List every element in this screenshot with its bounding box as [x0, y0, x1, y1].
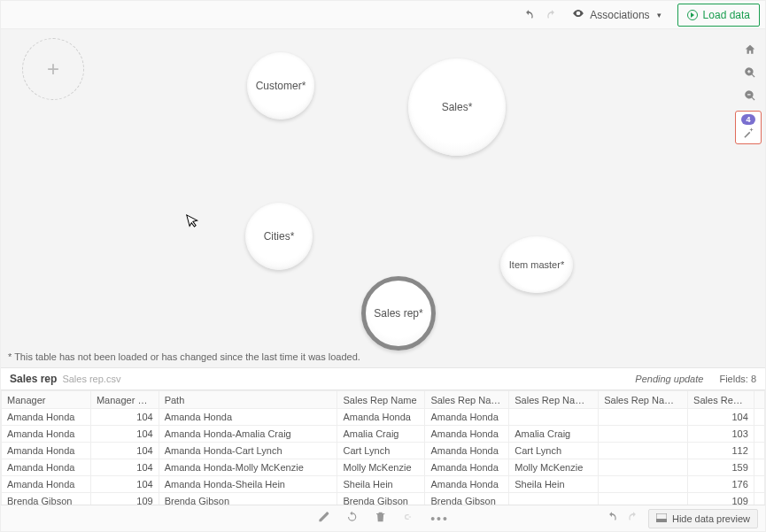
associations-canvas[interactable]: + Customer* Sales* Cities* Sales rep* It… — [1, 29, 765, 367]
pending-update-label: Pending update — [635, 374, 703, 384]
table-bubble-customer[interactable]: Customer* — [247, 52, 314, 120]
column-header[interactable]: Sales Rep ID — [688, 391, 754, 409]
zoom-in-icon[interactable] — [740, 63, 760, 82]
table-cell: 104 — [90, 409, 159, 426]
table-cell: Amanda Honda — [2, 459, 91, 476]
table-cell: Amalia Craig — [509, 426, 599, 443]
bubble-label: Sales* — [442, 101, 473, 113]
table-cell: Amanda Honda — [425, 426, 509, 443]
hide-data-preview-button[interactable]: Hide data preview — [648, 509, 758, 528]
column-header[interactable]: Path — [159, 391, 337, 409]
column-header[interactable]: Sales Rep Name1 — [425, 391, 509, 409]
table-cell — [599, 426, 688, 443]
eye-icon — [572, 7, 584, 22]
table-cell: Amanda Honda — [425, 476, 509, 493]
preview-header: Sales rep Sales rep.csv Pending update F… — [1, 367, 765, 390]
table-cell: Amanda Honda — [2, 443, 91, 459]
play-icon — [687, 10, 698, 20]
refresh-icon[interactable] — [345, 511, 358, 526]
table-cell: Amanda Honda-Amalia Craig — [159, 426, 337, 443]
column-header[interactable]: Manager — [2, 391, 91, 409]
undo-icon[interactable] — [519, 5, 538, 25]
recommendations-count-badge: 4 — [741, 114, 754, 125]
table-row[interactable]: Amanda Honda104Amanda Honda-Molly McKenz… — [2, 459, 765, 476]
table-cell: 104 — [90, 459, 159, 476]
edit-icon[interactable] — [317, 511, 329, 526]
table-cell: Amanda Honda — [425, 459, 509, 476]
zoom-out-icon[interactable] — [740, 86, 760, 105]
table-cell: Amanda Honda — [337, 409, 425, 426]
bubble-label: Sales rep* — [374, 307, 422, 320]
table-cell: 104 — [90, 443, 159, 459]
table-bubble-salesrep[interactable]: Sales rep* — [361, 276, 436, 351]
view-mode-label: Associations — [590, 9, 649, 21]
table-row[interactable]: Amanda Honda104Amanda HondaAmanda HondaA… — [2, 409, 765, 426]
load-data-label: Load data — [703, 9, 750, 21]
table-cell: Amanda Honda-Cart Lynch — [159, 443, 337, 459]
bottom-toolbar: ••• Hide data preview — [1, 505, 765, 531]
table-cell: Amanda Honda-Sheila Hein — [159, 476, 337, 493]
column-header[interactable]: Sales Rep Name — [337, 391, 425, 409]
table-cell: 104 — [90, 426, 159, 443]
table-cell — [599, 459, 688, 476]
table-cell: 103 — [688, 426, 754, 443]
recommendations-button[interactable]: 4 — [735, 111, 762, 144]
table-row[interactable]: Amanda Honda104Amanda Honda-Cart LynchCa… — [2, 443, 765, 459]
unlink-icon — [402, 511, 414, 526]
table-bubble-cities[interactable]: Cities* — [245, 203, 313, 270]
table-cell: 104 — [90, 476, 159, 493]
canvas-footnote: * This table has not been loaded or has … — [8, 351, 360, 362]
table-cell: Amanda Honda — [2, 426, 91, 443]
column-header[interactable]: Sales Rep Name3 — [599, 391, 688, 409]
home-icon[interactable] — [740, 40, 760, 59]
more-icon[interactable]: ••• — [430, 512, 449, 526]
table-cell: Cart Lynch — [337, 443, 425, 459]
column-header[interactable]: Sales Rep Name2 — [509, 391, 599, 409]
table-cell: Sheila Hein — [337, 476, 425, 493]
table-cell — [599, 409, 688, 426]
table-cell — [599, 443, 688, 459]
table-cell: 176 — [688, 476, 754, 493]
table-cell: Amanda Honda — [425, 443, 509, 459]
table-cell: Amanda Honda-Molly McKenzie — [159, 459, 337, 476]
table-cell — [599, 476, 688, 493]
data-preview-table[interactable]: ManagerManager Nu…PathSales Rep NameSale… — [1, 390, 765, 510]
table-cell: Amanda Honda — [159, 409, 337, 426]
table-bubble-itemmaster[interactable]: Item master* — [500, 236, 573, 293]
table-cell — [509, 409, 599, 426]
redo-icon — [542, 5, 561, 25]
redo-preview-icon — [627, 511, 639, 526]
table-cell: Cart Lynch — [509, 443, 599, 459]
top-toolbar: Associations ▾ Load data — [1, 1, 765, 29]
plus-icon: + — [47, 58, 59, 80]
table-cell: 112 — [688, 443, 754, 459]
preview-file-name: Sales rep.csv — [62, 374, 120, 384]
table-cell: 159 — [688, 459, 754, 476]
hide-data-preview-label: Hide data preview — [672, 513, 750, 524]
table-cell: Molly McKenzie — [509, 459, 599, 476]
column-header[interactable]: Manager Nu… — [90, 391, 159, 409]
delete-icon[interactable] — [374, 511, 386, 526]
table-cell: Amanda Honda — [2, 409, 91, 426]
table-row[interactable]: Amanda Honda104Amanda Honda-Amalia Craig… — [2, 426, 765, 443]
table-row[interactable]: Amanda Honda104Amanda Honda-Sheila HeinS… — [2, 476, 765, 493]
chevron-down-icon: ▾ — [657, 11, 662, 19]
undo-preview-icon[interactable] — [606, 511, 618, 526]
table-cell: Molly McKenzie — [337, 459, 425, 476]
load-data-button[interactable]: Load data — [677, 4, 760, 27]
preview-table-name: Sales rep — [10, 373, 57, 385]
panel-icon — [656, 513, 667, 524]
add-table-button[interactable]: + — [22, 38, 84, 100]
bubble-label: Cities* — [264, 230, 295, 243]
mouse-cursor-icon — [186, 212, 203, 233]
table-cell: Amanda Honda — [425, 409, 509, 426]
bubble-label: Item master* — [509, 259, 564, 270]
svg-rect-1 — [656, 519, 667, 522]
table-bubble-sales[interactable]: Sales* — [408, 58, 506, 156]
table-cell: Amalia Craig — [337, 426, 425, 443]
table-cell: Amanda Honda — [2, 476, 91, 493]
fields-count-label: Fields: 8 — [719, 374, 756, 384]
view-mode-dropdown[interactable]: Associations ▾ — [565, 4, 668, 26]
table-cell: Sheila Hein — [509, 476, 599, 493]
table-cell: 104 — [688, 409, 754, 426]
